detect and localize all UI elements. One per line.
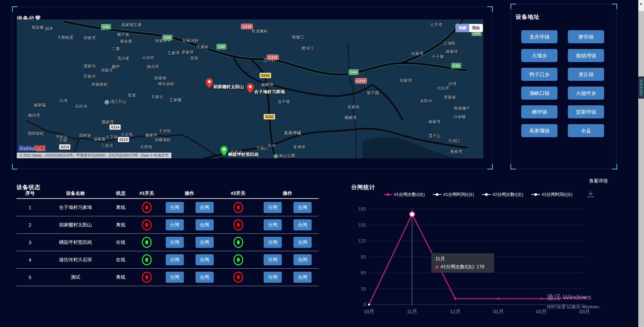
- open-switch-button[interactable]: 分闸: [166, 272, 184, 283]
- open-switch-button[interactable]: 分闸: [264, 272, 282, 283]
- address-button-龙舟坪镇[interactable]: 龙舟坪镇: [521, 30, 557, 43]
- open-switch-button[interactable]: 分闸: [264, 237, 282, 248]
- close-switch-button[interactable]: 合闸: [293, 219, 312, 230]
- switch-status-on-indicator: [233, 237, 243, 248]
- address-button-渔峡口镇[interactable]: 渔峡口镇: [521, 87, 557, 100]
- close-switch-button[interactable]: 合闸: [196, 272, 214, 283]
- device-location-panel: 设备位置: [12, 7, 492, 169]
- column-header: #2开关: [220, 189, 257, 199]
- open-switch-button[interactable]: 分闸: [264, 254, 282, 265]
- indicator-dot: [145, 275, 148, 279]
- map-marker-pin[interactable]: [247, 83, 254, 93]
- address-button-贺家坪镇[interactable]: 贺家坪镇: [568, 105, 604, 118]
- view-details-link[interactable]: 查看详情: [589, 178, 608, 184]
- address-button-火烧坪乡[interactable]: 火烧坪乡: [568, 87, 604, 100]
- operation-buttons: 分闸合闸: [257, 254, 319, 265]
- road-number-badge: S242: [260, 73, 271, 78]
- data-point: [497, 298, 499, 300]
- open-switch-button[interactable]: 分闸: [166, 219, 184, 230]
- address-button-榔坪镇[interactable]: 榔坪镇: [521, 105, 557, 118]
- open-switch-button[interactable]: 分闸: [264, 202, 282, 213]
- close-switch-button[interactable]: 合闸: [293, 254, 312, 265]
- map-place-label: 郑家榜村: [92, 82, 108, 88]
- map-type-mix-button[interactable]: 混合: [469, 24, 483, 32]
- address-button-磨市镇[interactable]: 磨市镇: [568, 30, 604, 43]
- operation-buttons: 分闸合闸: [257, 237, 319, 248]
- panel-corner-decoration: [487, 6, 493, 12]
- column-header: #1开关: [134, 189, 159, 199]
- map-place-label: 人手湾: [430, 22, 442, 28]
- table-row: 2胡家棚村太阳山离线分闸合闸分闸合闸: [16, 216, 319, 234]
- map-place-label: 吴家埫: [347, 104, 360, 110]
- address-button-都镇湾镇[interactable]: 都镇湾镇: [568, 49, 604, 62]
- map-place-label: 阴阳坡村: [28, 131, 44, 137]
- panel-corner-decoration: [612, 4, 617, 9]
- column-header: 操作: [257, 189, 319, 199]
- close-switch-button[interactable]: 合闸: [196, 237, 214, 248]
- y-axis-tick-label: 0: [363, 302, 366, 307]
- baidu-logo: Baidu地图: [19, 144, 45, 152]
- cell-index: 5: [16, 269, 44, 286]
- operation-buttons: 分闸合闸: [159, 237, 220, 248]
- map-marker-label: 合子坳村习家坳: [254, 89, 285, 95]
- legend-marker: [531, 193, 540, 196]
- address-button-高家堰镇[interactable]: 高家堰镇: [521, 124, 557, 137]
- cell-switch1: [134, 216, 159, 234]
- map-place-label: 白岩铺: [453, 114, 466, 120]
- map-marker-pin[interactable]: [220, 146, 228, 156]
- map-place-label: 沙湾: [448, 81, 457, 87]
- road-number-badge: G50: [101, 24, 111, 30]
- legend-item-#1分闸次数/(次)[interactable]: #1分闸次数/(次): [384, 192, 425, 198]
- address-button-大堰乡[interactable]: 大堰乡: [521, 49, 557, 62]
- address-button-全县[interactable]: 全县: [568, 124, 604, 137]
- map-place-label: 樟木岩村: [158, 81, 174, 87]
- road-number-badge: X214: [118, 137, 129, 142]
- watermark-line1: 激活 Windows: [547, 292, 603, 302]
- open-switch-button[interactable]: 分闸: [264, 219, 282, 230]
- scrollbar-up-button[interactable]: [638, 0, 644, 11]
- close-switch-button[interactable]: 合闸: [293, 202, 312, 213]
- column-header: 序号: [16, 189, 44, 199]
- address-button-鸭子口乡[interactable]: 鸭子口乡: [521, 68, 557, 81]
- road-number-badge: X214: [109, 124, 121, 130]
- close-switch-button[interactable]: 合闸: [196, 254, 214, 265]
- close-switch-button[interactable]: 合闸: [196, 219, 214, 230]
- address-panel-title: 设备地址: [516, 13, 540, 21]
- map-place-label: 下渔口: [256, 146, 268, 151]
- map-place-label: 两河口: [302, 46, 314, 51]
- map-place-label: 檀树湾: [344, 115, 357, 121]
- close-switch-button[interactable]: 合闸: [293, 237, 312, 248]
- baidu-map[interactable]: 笔架槽洞坪天鹅抱蛋胡家湾高家堰互通梅子溪紫金寨二墩流沙坡沁水坝腰坪跑马坪渡家沟邓…: [17, 19, 483, 158]
- cell-switch2: [220, 199, 257, 216]
- x-axis-tick-label: 02月: [536, 309, 547, 314]
- road-number-badge: G318: [267, 55, 279, 60]
- legend-marker-dot: [485, 193, 488, 196]
- map-type-map-button[interactable]: 地图: [456, 24, 469, 32]
- legend-item-#2分闸次数/(次)[interactable]: #2分闸次数/(次): [482, 192, 523, 198]
- cell-device-name: 测试: [44, 269, 107, 286]
- map-place-label: 商墩口: [292, 35, 304, 40]
- road-number-badge: G318: [355, 78, 367, 84]
- data-point: [454, 298, 456, 300]
- legend-item-#2分闸时间/(分)[interactable]: #2分闸时间/(分): [531, 192, 573, 198]
- map-place-label: 欧家圈子: [454, 106, 470, 111]
- scrollbar-thumb[interactable]: [638, 76, 644, 99]
- legend-item-#1分闸时间/(分)[interactable]: #1分闸时间/(分): [433, 192, 474, 198]
- map-place-label: 梨子园: [367, 90, 379, 96]
- map-place-label: 白氏坪: [437, 86, 449, 91]
- device-status-table: 序号设备名称状态#1开关操作#2开关操作1合子坳村习家坳离线分闸合闸分闸合闸2胡…: [16, 189, 319, 286]
- close-switch-button[interactable]: 合闸: [196, 202, 214, 213]
- page-scrollbar[interactable]: [638, 0, 644, 327]
- open-switch-button[interactable]: 分闸: [166, 237, 184, 248]
- indicator-dot: [237, 205, 240, 210]
- cell-index: 1: [16, 199, 44, 216]
- open-switch-button[interactable]: 分闸: [166, 202, 184, 213]
- address-button-资丘镇[interactable]: 资丘镇: [568, 68, 604, 81]
- map-marker-pin[interactable]: [206, 78, 213, 88]
- map-place-label: 胡家湾: [84, 35, 96, 41]
- map-place-label: 天鹅抱蛋: [57, 35, 73, 41]
- operation-buttons: 分闸合闸: [159, 254, 220, 265]
- open-switch-button[interactable]: 分闸: [166, 254, 184, 265]
- data-point: [540, 298, 542, 300]
- close-switch-button[interactable]: 合闸: [293, 272, 312, 283]
